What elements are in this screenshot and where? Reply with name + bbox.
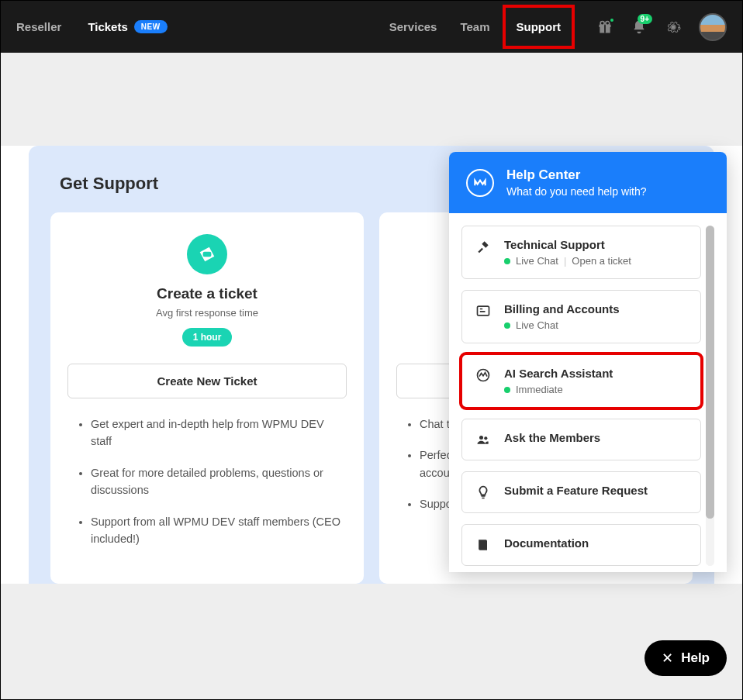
bell-icon[interactable]: 9+ <box>631 19 648 36</box>
popover-item-title: Technical Support <box>504 238 631 251</box>
ticket-bullet: Support from all WPMU DEV staff members … <box>91 513 347 548</box>
popover-item-ask-members[interactable]: Ask the Members <box>461 419 701 460</box>
card-create-ticket: Create a ticket Avg first response time … <box>50 212 364 584</box>
scrollbar-thumb[interactable] <box>706 226 714 519</box>
card-ticket-pill: 1 hour <box>182 328 233 347</box>
popover-item-extra: Open a ticket <box>572 255 631 267</box>
card-ticket-sub: Avg first response time <box>156 307 258 319</box>
nav-support-highlight: Support <box>503 5 575 49</box>
close-icon: ✕ <box>662 650 673 667</box>
popover-item-documentation[interactable]: Documentation <box>461 524 701 566</box>
book-icon <box>475 536 492 553</box>
popover-item-title: Submit a Feature Request <box>504 484 648 497</box>
popover-item-feature-request[interactable]: Submit a Feature Request <box>461 471 701 513</box>
svg-point-5 <box>672 25 676 29</box>
popover-item-title: Ask the Members <box>504 431 600 444</box>
new-badge: NEW <box>134 20 168 33</box>
ticket-bullet: Get expert and in-depth help from WPMU D… <box>91 416 347 450</box>
ticket-bullet: Great for more detailed problems, questi… <box>91 464 347 499</box>
members-icon <box>475 431 492 448</box>
billing-icon <box>475 302 492 319</box>
bulb-icon <box>475 484 492 501</box>
nav-team[interactable]: Team <box>460 20 489 33</box>
popover-scrollbar[interactable] <box>706 226 714 566</box>
popover-item-status: Live Chat <box>516 255 558 267</box>
avatar[interactable] <box>699 13 727 41</box>
gift-dot-icon <box>609 17 615 23</box>
page-banner <box>1 53 742 146</box>
popover-title: Help Center <box>506 167 647 183</box>
gift-icon[interactable] <box>596 19 613 36</box>
nav-tickets[interactable]: Tickets NEW <box>88 20 167 33</box>
nav-tickets-label: Tickets <box>88 20 127 33</box>
popover-item-title: Billing and Accounts <box>504 302 620 316</box>
tools-icon <box>475 238 492 255</box>
nav-services[interactable]: Services <box>389 20 437 33</box>
popover-header: Help Center What do you need help with? <box>449 152 727 213</box>
gear-icon[interactable] <box>665 19 682 36</box>
help-label: Help <box>681 650 710 666</box>
create-ticket-button[interactable]: Create New Ticket <box>67 364 347 398</box>
card-ticket-title: Create a ticket <box>157 285 257 302</box>
popover-item-billing[interactable]: Billing and Accounts Live Chat <box>461 290 701 343</box>
popover-item-title: AI Search Assistant <box>504 367 613 380</box>
status-dot-icon <box>504 322 510 329</box>
popover-item-technical-support[interactable]: Technical Support Live Chat | Open a tic… <box>461 226 701 279</box>
svg-point-11 <box>484 436 487 440</box>
popover-item-status: Immediate <box>516 384 563 395</box>
nav-reseller[interactable]: Reseller <box>16 20 61 33</box>
nav-support[interactable]: Support <box>517 20 562 33</box>
svg-point-10 <box>479 436 483 440</box>
top-navbar: Reseller Tickets NEW Services Team Suppo… <box>1 1 742 53</box>
wpmu-logo-icon <box>466 169 494 197</box>
status-dot-icon <box>504 258 510 264</box>
popover-item-ai-search[interactable]: AI Search Assistant Immediate <box>461 354 701 408</box>
status-dot-icon <box>504 387 510 393</box>
help-toggle-button[interactable]: ✕ Help <box>645 640 727 676</box>
svg-point-3 <box>600 21 604 25</box>
popover-item-title: Documentation <box>504 536 589 550</box>
help-center-popover: Help Center What do you need help with? … <box>449 152 727 572</box>
notification-count-badge: 9+ <box>638 14 652 24</box>
popover-item-status: Live Chat <box>516 319 558 331</box>
ai-icon <box>475 367 492 384</box>
ticket-icon <box>187 234 227 274</box>
popover-subtitle: What do you need help with? <box>506 185 647 198</box>
svg-rect-6 <box>203 252 212 257</box>
